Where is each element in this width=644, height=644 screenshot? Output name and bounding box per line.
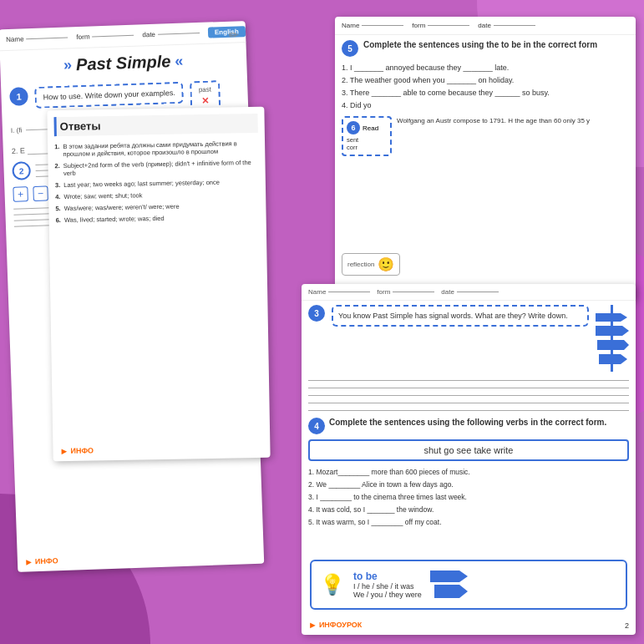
page-number: 2: [625, 621, 629, 630]
tobe-box: 💡 to be I / he / she / it was We / you /…: [310, 560, 627, 610]
smile-icon: 🙂: [378, 256, 394, 272]
section-1-instruction: How to use. Write down your examples.: [34, 82, 184, 109]
english-tab[interactable]: English: [208, 26, 246, 38]
svg-marker-4: [599, 354, 627, 364]
answer-6-num: 6.: [56, 216, 61, 224]
form-label: form: [76, 33, 89, 42]
brand-text: ИНФО: [35, 556, 58, 565]
section-2-badge: 2: [12, 161, 31, 180]
minus-button[interactable]: −: [33, 185, 48, 201]
rt-header: Name form date: [335, 17, 636, 35]
rt-form-field: form: [412, 22, 469, 29]
answer-2-num: 2.: [54, 162, 60, 177]
answers-title: Ответы: [53, 114, 257, 136]
date-field: date: [142, 29, 200, 38]
sec4-s1: 1. Mozart________ more than 600 pieces o…: [308, 468, 629, 476]
rt-date-label: date: [478, 22, 491, 29]
edit-icon[interactable]: ✏: [229, 28, 240, 41]
tobe-plural: We / you / they were: [353, 591, 422, 599]
section-3-lines: [308, 380, 629, 411]
sentence-4: 4. Did yo: [342, 101, 629, 109]
sentence-2: 2. The weather good when you _______ on …: [342, 76, 629, 84]
answers-content: Ответы 1. В этом задании ребята должны с…: [47, 107, 266, 236]
tobe-singular: I / he / she / it was: [353, 582, 422, 591]
answer-6: 6. Was, lived; started; wrote; was; died: [56, 213, 260, 224]
sentence-1: 1. I _______ annoyed because they ______…: [342, 63, 629, 72]
signpost-icon: [596, 305, 629, 372]
svg-marker-6: [434, 585, 468, 598]
answer-4-num: 4.: [55, 193, 60, 200]
section-1-num: 1: [9, 87, 28, 106]
brand-arrow-icon: ►: [24, 556, 33, 566]
answer-5-num: 5.: [55, 205, 60, 212]
answer-5-text: Was/were; was/were; weren't/ were; were: [64, 203, 180, 212]
section-6-prefix: Read: [363, 124, 378, 132]
verb-box: shut go see take write: [308, 439, 629, 461]
rb-header: Name form date: [302, 284, 636, 301]
section-6-badge: 6: [347, 121, 360, 134]
bulb-icon: 💡: [320, 573, 345, 596]
arrows-right-icon: »: [175, 53, 184, 70]
brand-arrow-rb: ►: [308, 620, 317, 630]
paper-right-top: Name form date 5 Complete the sentences …: [335, 17, 636, 301]
brand-text-rb: ИНФОУРОК: [319, 621, 362, 629]
brand-arrow-icon-ans: ►: [59, 446, 68, 456]
sentence-3: 3. There _______ able to come because th…: [342, 89, 629, 97]
answer-2: 2. Subject+2nd form of the verb (пример)…: [54, 159, 258, 177]
reflection-box: reflection 🙂: [342, 253, 400, 276]
x-mark-icon: ×: [201, 94, 209, 107]
sec4-s5: 5. It was warm, so I ________ off my coa…: [308, 518, 629, 526]
section-3-box: 3 You know Past Simple has signal words.…: [308, 305, 629, 372]
section-4-header: 4 Complete the sentences using the follo…: [308, 418, 629, 434]
section-6-row: 6 Read sent corr Wolfgang an Austr compo…: [342, 116, 629, 156]
paper-answers: Ответы 1. В этом задании ребята должны с…: [47, 107, 270, 461]
answer-5: 5. Was/were; was/were; weren't/ were; we…: [55, 201, 259, 212]
rb-name-field: Name: [308, 288, 370, 296]
answer-2-text: Subject+2nd form of the verb (пример); d…: [63, 159, 259, 177]
section-4-title: Complete the sentences using the followi…: [329, 418, 606, 427]
rb-date-label: date: [441, 288, 454, 296]
tobe-arrows-icon: [430, 566, 472, 603]
sec4-s2: 2. We ________ Alice in town a few days …: [308, 480, 629, 489]
paper-right-bottom: Name form date 3 You know Past Simple ha…: [302, 284, 636, 635]
rt-name-label: Name: [342, 22, 359, 29]
answer-1-num: 1.: [54, 143, 60, 158]
infourok-brand-answers: ► ИНФО: [59, 445, 94, 456]
section-3-badge: 3: [308, 305, 325, 322]
rt-form-label: form: [412, 22, 425, 29]
answer-6-text: Was, lived; started; wrote; was; died: [64, 215, 165, 224]
section-6-text2: corr: [347, 144, 387, 151]
svg-marker-1: [596, 313, 627, 322]
reflection-label: reflection: [347, 261, 374, 268]
form-field: form: [76, 32, 134, 41]
answer-4: 4. Wrote; saw; went; shut; took: [55, 190, 259, 200]
sec4-s3: 3. I ________ to the cinema three times …: [308, 493, 629, 501]
worksheet-title: Past Simple: [76, 52, 171, 74]
infourok-brand-rb: ► ИНФОУРОК: [308, 620, 362, 630]
rt-date-field: date: [478, 22, 535, 29]
section-3-text: You know Past Simple has signal words. W…: [332, 305, 589, 327]
svg-marker-2: [596, 326, 629, 336]
rt-content: 5 Complete the sentences using the to be…: [335, 35, 636, 161]
signpost-svg: [596, 305, 629, 372]
section-5-badge: 5: [342, 40, 358, 57]
name-line: [26, 37, 68, 39]
rb-date-field: date: [441, 288, 499, 296]
svg-marker-3: [597, 340, 629, 350]
rb-name-label: Name: [308, 288, 326, 296]
brand-text-ans: ИНФО: [70, 446, 94, 454]
answer-4-text: Wrote; saw; went; shut; took: [63, 191, 142, 200]
name-field: Name: [6, 33, 68, 43]
name-label: Name: [6, 35, 24, 43]
past-label: past: [199, 86, 211, 94]
plus-button[interactable]: +: [13, 186, 28, 202]
svg-marker-5: [430, 570, 468, 582]
section-5-header: 5 Complete the sentences using the to be…: [342, 40, 629, 57]
answer-3-text: Last year; two weeks ago; last summer; y…: [63, 179, 220, 189]
date-line: [158, 33, 200, 35]
section-5-title: Complete the sentences using the to be i…: [363, 40, 597, 49]
infourok-brand-left: ► ИНФО: [24, 555, 58, 566]
section-6-box: 6 Read sent corr: [342, 116, 392, 156]
section-4-badge: 4: [308, 418, 325, 434]
rt-name-field: Name: [342, 22, 403, 29]
